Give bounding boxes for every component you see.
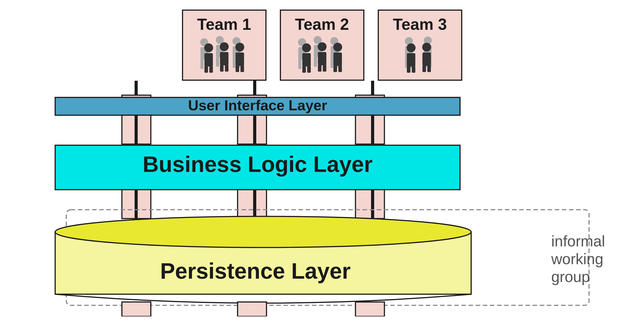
svg-text:working: working: [551, 250, 603, 267]
svg-rect-94: [238, 302, 266, 316]
diagram-svg: User Interface Layer Business Logic Laye…: [33, 10, 611, 316]
svg-text:Persistence Layer: Persistence Layer: [160, 258, 350, 283]
svg-text:User Interface Layer: User Interface Layer: [188, 97, 327, 114]
svg-rect-93: [122, 302, 151, 316]
architecture-diagram: Team 1: [33, 10, 611, 316]
svg-rect-76: [253, 115, 256, 144]
svg-text:informal: informal: [551, 232, 605, 250]
svg-text:Business Logic Layer: Business Logic Layer: [142, 152, 372, 176]
svg-rect-77: [371, 115, 374, 144]
svg-text:group: group: [551, 268, 590, 285]
svg-rect-82: [356, 190, 384, 218]
svg-rect-95: [356, 302, 384, 316]
svg-rect-81: [238, 190, 266, 218]
svg-rect-85: [371, 190, 374, 218]
svg-rect-75: [134, 115, 138, 144]
svg-rect-83: [134, 190, 138, 218]
svg-rect-73: [238, 115, 266, 144]
svg-rect-74: [356, 115, 384, 144]
svg-point-88: [55, 216, 471, 248]
svg-rect-84: [253, 190, 256, 218]
